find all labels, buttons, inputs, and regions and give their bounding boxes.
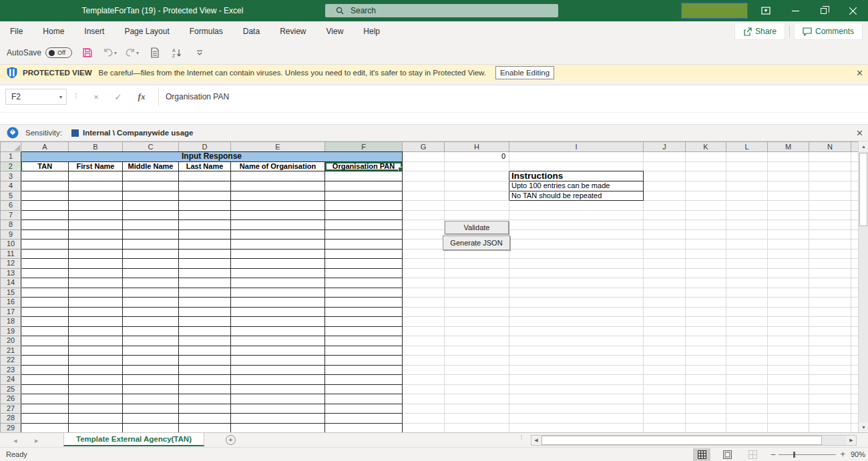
cell[interactable] [726,423,768,432]
cell[interactable] [809,356,851,366]
cell[interactable] [231,229,325,240]
cell[interactable] [509,375,644,385]
cell[interactable] [686,249,726,259]
cell[interactable] [325,375,403,385]
enable-editing-button[interactable]: Enable Editing [495,66,554,79]
cell[interactable] [768,171,809,181]
cell[interactable] [21,210,69,220]
cell[interactable] [21,278,69,288]
cell[interactable] [123,326,179,336]
row-header-14[interactable]: 14 [1,278,21,288]
cell[interactable] [851,307,859,317]
cell[interactable] [69,336,123,346]
cell[interactable] [69,423,123,432]
ribbon-tab-page-layout[interactable]: Page Layout [114,21,179,41]
cell[interactable] [403,288,445,298]
cell[interactable] [726,365,768,375]
cell[interactable] [123,307,179,317]
cell[interactable] [179,288,231,298]
cell[interactable] [445,249,509,259]
row-header-19[interactable]: 19 [1,326,21,336]
cell[interactable] [231,278,325,288]
cell[interactable] [851,161,859,171]
cell[interactable] [179,384,231,394]
cell[interactable] [403,220,445,230]
normal-view-button[interactable] [693,448,710,461]
cell[interactable] [686,240,726,250]
cell[interactable] [644,317,686,327]
cell[interactable] [123,336,179,346]
row-header-1[interactable]: 1 [1,152,21,162]
zoom-in-button[interactable]: + [840,448,845,461]
cell[interactable] [809,181,851,191]
cell[interactable] [231,240,325,250]
cell[interactable] [231,268,325,278]
table-header-cell-C2[interactable]: Middle Name [123,161,179,171]
cell[interactable] [69,249,123,259]
cell[interactable] [123,201,179,211]
cell[interactable] [69,365,123,375]
cell[interactable] [509,326,644,336]
ribbon-tab-view[interactable]: View [316,21,354,41]
cell[interactable] [69,317,123,327]
cell[interactable] [809,423,851,432]
cell[interactable] [403,240,445,250]
row-header-13[interactable]: 13 [1,268,21,278]
cell[interactable] [768,317,809,327]
cell[interactable] [686,375,726,385]
table-header-cell-E2[interactable]: Name of Organisation [231,161,325,171]
row-header-20[interactable]: 20 [1,336,21,346]
row-header-2[interactable]: 2 [1,161,21,171]
cell[interactable] [768,384,809,394]
cell[interactable] [403,152,445,162]
instructions-title-cell[interactable]: Instructions [509,171,644,181]
cell[interactable] [325,298,403,308]
row-header-16[interactable]: 16 [1,298,21,308]
row-header-23[interactable]: 23 [1,365,21,375]
undo-button[interactable]: ▾ [103,48,117,57]
cell[interactable] [768,181,809,191]
cell[interactable] [325,307,403,317]
cell[interactable] [851,249,859,259]
page-layout-view-button[interactable] [718,448,736,461]
cell[interactable] [686,326,726,336]
cell[interactable] [726,298,768,308]
cell[interactable] [726,161,768,171]
cell[interactable] [123,191,179,201]
cell[interactable] [69,326,123,336]
name-box-dropdown-icon[interactable]: ▾ [59,94,62,100]
cell[interactable] [21,307,69,317]
cell[interactable] [403,268,445,278]
cell[interactable] [445,404,509,414]
cell[interactable] [851,384,859,394]
cell[interactable] [231,356,325,366]
cell[interactable] [403,414,445,424]
cell[interactable] [726,307,768,317]
cell[interactable] [509,249,644,259]
cell[interactable] [403,365,445,375]
cell[interactable] [21,220,69,230]
undo-dropdown-icon[interactable]: ▾ [114,50,117,56]
row-header-18[interactable]: 18 [1,317,21,327]
cell[interactable] [509,346,644,356]
cell[interactable] [851,365,859,375]
column-header-K[interactable]: K [686,142,726,152]
cell[interactable] [123,423,179,432]
cell[interactable] [809,346,851,356]
cell[interactable] [325,181,403,191]
cell[interactable] [403,423,445,432]
row-header-12[interactable]: 12 [1,259,21,269]
cell[interactable] [325,346,403,356]
save-button[interactable] [80,45,95,60]
cell[interactable] [509,423,644,432]
cell[interactable] [644,423,686,432]
cell[interactable] [509,307,644,317]
row-header-22[interactable]: 22 [1,356,21,366]
cell[interactable] [69,307,123,317]
cell[interactable] [686,268,726,278]
cell[interactable] [851,181,859,191]
cell[interactable] [69,384,123,394]
cell[interactable] [509,404,644,414]
cell[interactable] [768,326,809,336]
cell[interactable] [726,278,768,288]
